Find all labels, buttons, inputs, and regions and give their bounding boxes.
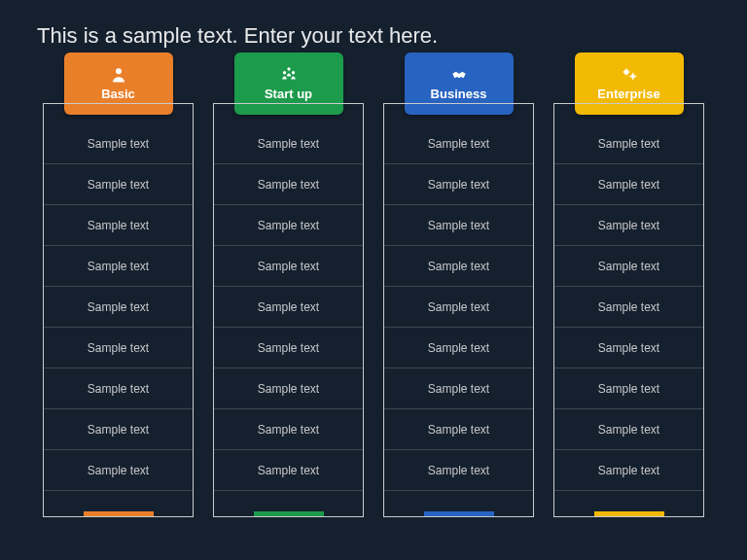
svg-point-2 xyxy=(282,71,285,74)
plan-box: Sample text Sample text Sample text Samp… xyxy=(553,103,704,517)
feature-row: Sample text xyxy=(214,287,363,328)
feature-row: Sample text xyxy=(554,164,703,205)
plan-tab-label: Basic xyxy=(101,87,135,101)
feature-row: Sample text xyxy=(554,287,703,328)
feature-row: Sample text xyxy=(44,164,193,205)
feature-row: Sample text xyxy=(554,246,703,287)
svg-point-3 xyxy=(291,71,294,74)
feature-row: Sample text xyxy=(214,123,363,164)
plan-tab-label: Enterprise xyxy=(597,87,659,101)
feature-row: Sample text xyxy=(44,450,193,491)
feature-row: Sample text xyxy=(554,450,703,491)
svg-point-5 xyxy=(630,74,635,79)
accent-bar xyxy=(254,511,324,516)
plan-box: Sample text Sample text Sample text Samp… xyxy=(383,103,534,517)
gears-icon xyxy=(620,66,639,84)
feature-row: Sample text xyxy=(554,328,703,368)
feature-row: Sample text xyxy=(384,409,533,450)
plan-column-basic: Basic Sample text Sample text Sample tex… xyxy=(43,88,194,517)
plan-footer xyxy=(214,491,363,516)
feature-row: Sample text xyxy=(214,205,363,246)
plan-footer xyxy=(44,491,193,516)
feature-row: Sample text xyxy=(384,123,533,164)
accent-bar xyxy=(424,511,494,516)
feature-row: Sample text xyxy=(214,328,363,368)
plan-column-startup: Start up Sample text Sample text Sample … xyxy=(213,88,364,517)
feature-row: Sample text xyxy=(214,450,363,491)
feature-row: Sample text xyxy=(554,123,703,164)
accent-bar xyxy=(594,511,664,516)
plan-footer xyxy=(384,491,533,516)
feature-row: Sample text xyxy=(44,205,193,246)
plan-tab-label: Business xyxy=(431,87,487,101)
feature-row: Sample text xyxy=(384,164,533,205)
feature-row: Sample text xyxy=(554,205,703,246)
feature-row: Sample text xyxy=(214,368,363,409)
feature-row: Sample text xyxy=(384,205,533,246)
plan-column-enterprise: Enterprise Sample text Sample text Sampl… xyxy=(553,88,704,517)
feature-row: Sample text xyxy=(384,328,533,368)
feature-row: Sample text xyxy=(384,368,533,409)
feature-row: Sample text xyxy=(44,287,193,328)
feature-row: Sample text xyxy=(44,409,193,450)
svg-point-0 xyxy=(116,68,122,74)
pricing-columns: Basic Sample text Sample text Sample tex… xyxy=(0,49,747,517)
svg-point-4 xyxy=(623,69,628,74)
feature-row: Sample text xyxy=(384,450,533,491)
group-icon xyxy=(279,66,299,84)
feature-row: Sample text xyxy=(554,409,703,450)
person-icon xyxy=(109,66,128,84)
feature-row: Sample text xyxy=(384,287,533,328)
svg-point-1 xyxy=(287,67,290,70)
handshake-icon xyxy=(449,66,469,84)
feature-row: Sample text xyxy=(214,164,363,205)
feature-row: Sample text xyxy=(554,368,703,409)
plan-column-business: Business Sample text Sample text Sample … xyxy=(383,88,534,517)
plan-tab-label: Start up xyxy=(265,87,312,101)
plan-box: Sample text Sample text Sample text Samp… xyxy=(213,103,364,517)
feature-row: Sample text xyxy=(44,368,193,409)
feature-row: Sample text xyxy=(384,246,533,287)
feature-row: Sample text xyxy=(214,246,363,287)
feature-row: Sample text xyxy=(214,409,363,450)
accent-bar xyxy=(84,511,154,516)
plan-footer xyxy=(554,491,703,516)
page-title: This is a sample text. Enter your text h… xyxy=(0,0,747,49)
feature-row: Sample text xyxy=(44,123,193,164)
plan-box: Sample text Sample text Sample text Samp… xyxy=(43,103,194,517)
feature-row: Sample text xyxy=(44,246,193,287)
feature-row: Sample text xyxy=(44,328,193,368)
